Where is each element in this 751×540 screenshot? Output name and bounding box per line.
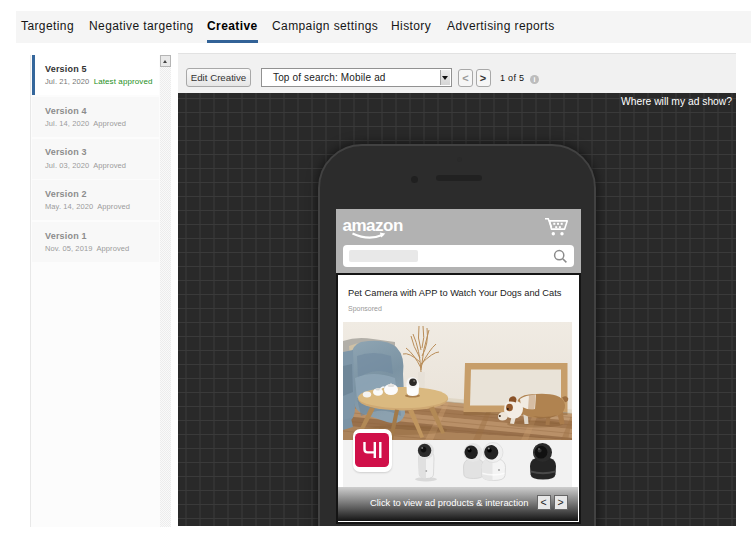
svg-text:amazon: amazon — [343, 217, 403, 235]
